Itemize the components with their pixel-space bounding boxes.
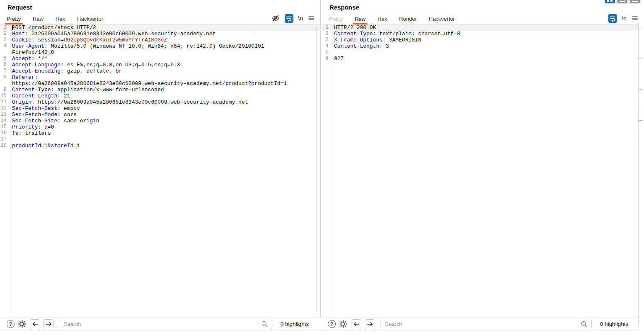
code-line[interactable]: 5 <box>322 49 638 56</box>
line-content: POST /product/stock HTTP/2 <box>8 24 96 31</box>
tab-pretty[interactable]: Pretty <box>7 14 21 24</box>
scroll-marker-tick <box>639 110 643 110</box>
code-line[interactable]: 5Accept: */* <box>0 56 320 62</box>
search-icon[interactable] <box>261 320 268 328</box>
line-number: 1 <box>0 24 8 31</box>
line-number <box>0 80 8 87</box>
request-editor[interactable]: 1POST /product/stock HTTP/22Host: 0a2600… <box>0 24 320 313</box>
tab-render[interactable]: Render <box>399 14 417 24</box>
line-number: 2 <box>322 31 330 37</box>
code-line[interactable]: 9Content-Type: application/x-www-form-ur… <box>0 87 320 93</box>
next-match-button[interactable] <box>44 319 54 329</box>
editor-menu-icon[interactable] <box>631 15 639 22</box>
line-number: 3 <box>0 37 8 43</box>
line-number: 5 <box>0 56 8 62</box>
code-line[interactable]: 17 <box>0 136 320 143</box>
search-settings-gear-icon[interactable] <box>339 320 348 328</box>
tab-hackvertor[interactable]: Hackvertor <box>77 14 103 24</box>
line-content <box>330 49 334 56</box>
rows-layout-button[interactable] <box>617 0 627 3</box>
tab-hex[interactable]: Hex <box>56 14 65 24</box>
line-number: 18 <box>0 143 8 149</box>
highlights-count: 0 highlights <box>272 321 317 327</box>
read-only-eye-icon[interactable] <box>271 14 280 23</box>
request-panel: Request PrettyRawHexHackvertor \n 1POST … <box>0 0 321 330</box>
code-line[interactable]: 3Cookie: session=UG2upSQOvdkKxuT2w5mvYrY… <box>0 37 320 43</box>
line-content: X-Frame-Options: SAMEORIGIN <box>330 37 421 43</box>
tab-hex[interactable]: Hex <box>378 14 387 24</box>
code-line[interactable]: 1HTTP/2 200 OK <box>322 24 638 31</box>
code-line[interactable]: 12Sec-Fetch-Dest: empty <box>0 105 320 112</box>
code-line[interactable]: 16Te: trailers <box>0 130 320 136</box>
code-line[interactable]: 10Content-Length: 21 <box>0 93 320 99</box>
line-number: 1 <box>322 24 330 31</box>
line-number: 12 <box>0 105 8 112</box>
code-line[interactable]: 14Sec-Fetch-Site: same-origin <box>0 118 320 124</box>
code-line[interactable]: 6927 <box>322 56 638 62</box>
scroll-marker-tick <box>639 58 643 58</box>
search-input[interactable] <box>380 321 581 327</box>
tab-raw[interactable]: Raw <box>33 14 44 24</box>
previous-match-button[interactable] <box>30 319 40 329</box>
line-content: https://0a26009a045a280681e8343e00c60009… <box>8 80 287 87</box>
editor-menu-icon[interactable] <box>307 15 315 22</box>
code-line[interactable]: 1POST /product/stock HTTP/2 <box>0 24 320 31</box>
newline-toggle-icon[interactable]: \n <box>622 15 627 22</box>
search-input[interactable] <box>59 321 261 327</box>
previous-match-button[interactable] <box>351 319 361 329</box>
line-number: 14 <box>0 118 8 124</box>
line-content: Origin: https://0a26009a045a280681e8343e… <box>8 99 248 105</box>
line-content: Accept: */* <box>8 56 48 62</box>
tab-raw[interactable]: Raw <box>355 14 366 24</box>
scroll-marker-tick <box>639 139 643 139</box>
line-content: Host: 0a26009a045a280681e8343e00c60009.w… <box>8 31 216 37</box>
line-content: Sec-Fetch-Mode: cors <box>8 112 77 118</box>
tab-hackvertor[interactable]: Hackvertor <box>429 14 455 24</box>
help-icon[interactable]: ? <box>328 320 336 328</box>
help-icon[interactable]: ? <box>7 320 15 328</box>
response-tabbar: PrettyRawHexRenderHackvertor <box>322 14 644 24</box>
line-content: Sec-Fetch-Site: same-origin <box>8 118 99 124</box>
code-line[interactable]: 18productId=1&storeId=1 <box>0 143 320 149</box>
search-box <box>380 319 592 329</box>
line-number: 4 <box>322 43 330 49</box>
code-line[interactable]: 15Priority: u=0 <box>0 124 320 130</box>
line-number: 11 <box>0 99 8 105</box>
request-panel-title: Request <box>7 4 32 11</box>
search-icon[interactable] <box>581 320 588 328</box>
code-line[interactable]: 11Origin: https://0a26009a045a280681e834… <box>0 99 320 105</box>
code-line[interactable]: 4Content-Length: 3 <box>322 43 638 49</box>
next-match-button[interactable] <box>365 319 375 329</box>
line-number: 13 <box>0 112 8 118</box>
word-wrap-icon[interactable] <box>608 14 617 23</box>
response-search-bar: ? 0 highlights <box>322 318 638 330</box>
code-line[interactable]: 13Sec-Fetch-Mode: cors <box>0 112 320 118</box>
word-wrap-icon[interactable] <box>285 14 293 23</box>
code-line[interactable]: 2Host: 0a26009a045a280681e8343e00c60009.… <box>0 31 320 37</box>
line-number: 15 <box>0 124 8 130</box>
code-line[interactable]: Firefox/142.0 <box>0 49 320 56</box>
line-content: Content-Length: 3 <box>330 43 389 49</box>
request-search-bar: ? 0 highlights <box>0 318 321 330</box>
line-number: 4 <box>0 43 8 49</box>
scroll-marker-tick <box>639 120 643 121</box>
code-line[interactable]: https://0a26009a045a280681e8343e00c60009… <box>0 80 320 87</box>
columns-layout-button[interactable] <box>605 0 615 3</box>
code-line[interactable]: 6Accept-Language: es-ES,es;q=0.8,en-US;q… <box>0 62 320 68</box>
line-content: Te: trailers <box>8 130 51 136</box>
line-content: HTTP/2 200 OK <box>330 24 376 31</box>
scroll-marker-tick <box>639 27 643 27</box>
tabs-layout-button[interactable] <box>630 0 640 3</box>
response-panel-title: Response <box>329 4 359 11</box>
newline-toggle-icon[interactable]: \n <box>298 15 303 22</box>
response-scroll-marker-strip[interactable] <box>638 23 644 326</box>
code-line[interactable]: 3X-Frame-Options: SAMEORIGIN <box>322 37 638 43</box>
code-line[interactable]: 2Content-Type: text/plain; charset=utf-8 <box>322 31 638 37</box>
line-number: 7 <box>0 68 8 74</box>
search-settings-gear-icon[interactable] <box>18 320 27 328</box>
response-editor[interactable]: 1HTTP/2 200 OK2Content-Type: text/plain;… <box>322 24 638 313</box>
code-line[interactable]: 8Referer: <box>0 74 320 80</box>
code-line[interactable]: 7Accept-Encoding: gzip, deflate, br <box>0 68 320 74</box>
code-line[interactable]: 4User-Agent: Mozilla/5.0 (Windows NT 10.… <box>0 43 320 49</box>
gutter-divider <box>332 24 332 313</box>
